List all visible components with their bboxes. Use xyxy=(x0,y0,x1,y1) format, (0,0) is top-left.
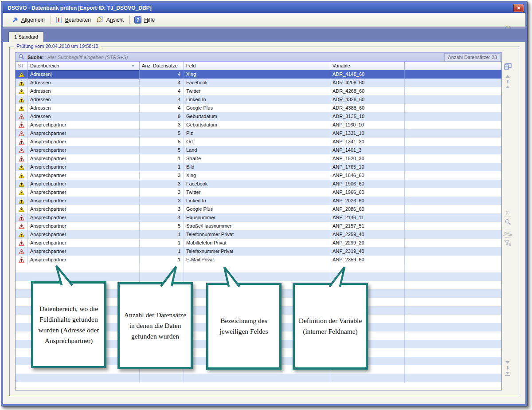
table-row[interactable]: Adressen 4 Twitter ADR_4268_60 xyxy=(16,87,501,95)
table-row[interactable]: Ansprechpartner 1 Mobiltelefon Privat AN… xyxy=(16,239,501,247)
column-header-empty xyxy=(405,62,501,70)
scroll-page-down-button[interactable]: ⬇ xyxy=(505,366,509,370)
table-row[interactable]: Ansprechpartner 3 Linked In ANP_2026_60 xyxy=(16,197,501,205)
cell-variable: ADR_4388_60 xyxy=(330,104,405,112)
cell-anzahl: 1 xyxy=(140,230,184,239)
cell-empty xyxy=(405,95,501,104)
status-cell xyxy=(16,112,28,121)
cell-datenbereich: Ansprechpartner xyxy=(28,247,140,256)
table-row[interactable]: Ansprechpartner 1 Straße ANP_1520_30 xyxy=(16,154,501,163)
menu-bar: Allgemein Bearbeiten Ansicht ? xyxy=(3,13,525,28)
cell-empty xyxy=(405,239,501,247)
table-row[interactable]: Ansprechpartner 3 Xing ANP_1846_60 xyxy=(16,171,501,180)
cell-empty xyxy=(405,213,501,222)
cell-datenbereich: Adressen xyxy=(28,79,140,87)
table-row[interactable]: Ansprechpartner 3 Twitter ANP_1966_60 xyxy=(16,188,501,197)
status-error-icon xyxy=(19,122,24,128)
menu-item-ansicht[interactable]: Ansicht xyxy=(94,15,127,25)
table-row[interactable]: Ansprechpartner 5 Land ANP_1401_3 xyxy=(16,146,501,154)
scroll-down-tools: ⬇ xyxy=(503,361,512,376)
cell-datenbereich: Ansprechpartner xyxy=(28,154,140,163)
status-cell xyxy=(16,171,28,180)
table-row[interactable]: Ansprechpartner 3 Geburtsdatum ANP_1160_… xyxy=(16,121,501,129)
xml-export-icon[interactable]: XML xyxy=(504,231,512,236)
column-chooser-icon[interactable] xyxy=(504,63,512,71)
scroll-page-up-button[interactable]: ⬆ xyxy=(505,79,509,84)
menu-item-bearbeiten[interactable]: Bearbeiten xyxy=(53,15,94,25)
table-row[interactable]: Ansprechpartner 5 Ort ANP_1341_30 xyxy=(16,138,501,146)
status-warning-icon xyxy=(19,80,24,86)
table-row[interactable]: Adressen 4 Google Plus ADR_4388_60 xyxy=(16,104,501,112)
cell-empty xyxy=(405,146,501,154)
status-warning-icon xyxy=(19,89,24,94)
groupbox-legend: Prüfung vom 20.04.2018 um 19:58:10 xyxy=(14,43,101,49)
table-row[interactable]: Ansprechpartner 1 Bild ANP_1765_10 xyxy=(16,163,501,171)
status-cell xyxy=(16,256,28,264)
filter-icon[interactable] xyxy=(504,240,511,248)
cell-variable: ANP_2026_60 xyxy=(330,197,405,205)
cell-empty xyxy=(405,180,501,188)
cell-datenbereich: Adressen xyxy=(28,112,140,121)
column-header-anzahl[interactable]: Anz. Datensätze xyxy=(140,62,184,70)
scroll-down-button[interactable] xyxy=(505,361,510,364)
cell-feld: Land xyxy=(184,146,330,154)
status-cell xyxy=(16,230,28,239)
tab-standard[interactable]: 1 Standard xyxy=(8,32,44,42)
table-row[interactable]: Adressen 4 Linked In ADR_4328_60 xyxy=(16,95,501,104)
cell-variable: ANP_2319_40 xyxy=(330,247,405,256)
close-button[interactable]: ✕ xyxy=(513,4,524,12)
scroll-to-bottom-button[interactable] xyxy=(505,372,510,376)
table-row[interactable]: Ansprechpartner 1 Telefonnummer Privat A… xyxy=(16,230,501,239)
cell-anzahl: 5 xyxy=(140,146,184,154)
cell-empty xyxy=(405,104,501,112)
table-row[interactable]: Adressen 9 Geburtsdatum ADR_3135_10 xyxy=(16,112,501,121)
cell-datenbereich: Ansprechpartner xyxy=(28,129,140,138)
cell-anzahl: 4 xyxy=(140,79,184,87)
grid-search-icon[interactable] xyxy=(505,219,511,227)
scroll-up-button[interactable] xyxy=(505,86,510,88)
status-warning-icon xyxy=(19,173,24,178)
table-row[interactable]: Ansprechpartner 1 E-Mail Privat ANP_2359… xyxy=(16,256,501,264)
cell-variable: ANP_1846_60 xyxy=(330,171,405,180)
status-warning-icon xyxy=(19,232,24,237)
cell-variable: ANP_1341_30 xyxy=(330,138,405,146)
cell-variable: ADR_3135_10 xyxy=(330,112,405,121)
menu-item-hilfe[interactable]: ? Hilfe xyxy=(132,15,158,25)
cell-empty xyxy=(405,247,501,256)
scroll-to-top-button[interactable] xyxy=(505,75,510,78)
table-row[interactable]: Ansprechpartner 3 Facebook ANP_1906_60 xyxy=(16,180,501,188)
table-row[interactable]: Ansprechpartner 5 Straße/Hausnummer ANP_… xyxy=(16,222,501,230)
cell-datenbereich: Ansprechpartner xyxy=(28,163,140,171)
status-cell xyxy=(16,70,28,79)
search-input[interactable]: Hier Suchbegriff eingeben (STRG+S) xyxy=(47,55,445,60)
cell-variable: ANP_2259_40 xyxy=(330,230,405,239)
cell-feld: Bild xyxy=(184,163,330,171)
column-header-st[interactable]: ST xyxy=(16,62,28,70)
cell-feld: Twitter xyxy=(184,188,330,197)
table-row[interactable]: Adressen 4 Xing ADR_4148_60 xyxy=(16,70,501,79)
table-row[interactable]: Ansprechpartner 1 Telefaxnummer Privat A… xyxy=(16,247,501,256)
cell-variable: ADR_4328_60 xyxy=(330,95,405,104)
window-title: DSGVO - Datenbank prüfen [Export-ID: TJ_… xyxy=(8,5,152,11)
search-bar[interactable]: Suche: Hier Suchbegriff eingeben (STRG+S… xyxy=(15,52,502,62)
column-header-feld[interactable]: Feld xyxy=(184,62,330,70)
status-error-icon xyxy=(19,131,24,136)
table-row[interactable]: Adressen 4 Facebook ADR_4208_60 xyxy=(16,79,501,87)
cell-anzahl: 3 xyxy=(140,197,184,205)
table-row[interactable]: Ansprechpartner 5 Plz ANP_1331_10 xyxy=(16,129,501,138)
status-error-icon xyxy=(19,224,24,229)
cell-datenbereich: Adressen xyxy=(28,95,140,104)
fixed-rows-icon[interactable]: (I) xyxy=(506,210,510,215)
status-cell xyxy=(16,138,28,146)
table-row[interactable]: Ansprechpartner 3 Google Plus ANP_2086_6… xyxy=(16,205,501,213)
cell-feld: Twitter xyxy=(184,87,330,95)
column-header-variable[interactable]: Variable xyxy=(330,62,405,70)
status-cell xyxy=(16,180,28,188)
cell-datenbereich: Ansprechpartner xyxy=(28,256,140,264)
document-pen-icon xyxy=(55,16,63,24)
status-cell xyxy=(16,129,28,138)
table-row[interactable]: Ansprechpartner 4 Hausnummer ANP_2146_11 xyxy=(16,213,501,222)
column-header-datenbereich[interactable]: Datenbereich xyxy=(28,62,140,70)
scroll-up-tools: ⬆ xyxy=(503,75,512,88)
menu-item-allgemein[interactable]: Allgemein xyxy=(9,15,48,25)
